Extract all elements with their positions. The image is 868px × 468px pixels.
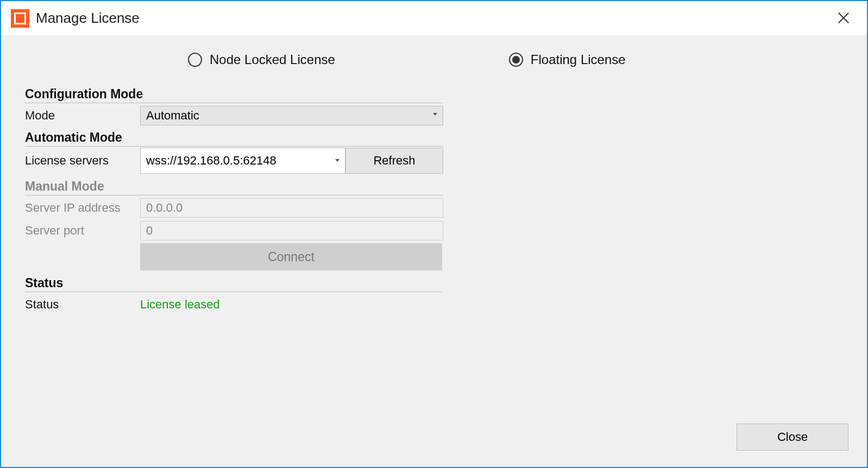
titlebar: Manage License <box>1 1 867 36</box>
dialog-body: Node Locked License Floating License Con… <box>1 36 867 467</box>
connect-button: Connect <box>140 243 442 270</box>
status-value: License leased <box>140 294 220 315</box>
radio-node-locked-label: Node Locked License <box>210 52 335 67</box>
close-button[interactable]: Close <box>737 423 848 451</box>
radio-icon <box>188 53 202 67</box>
server-port-input <box>140 221 443 241</box>
license-servers-row: License servers wss://192.168.0.5:62148 … <box>25 148 443 174</box>
radio-icon <box>509 53 523 67</box>
manual-mode-heading: Manual Mode <box>25 179 443 195</box>
mode-select-value: Automatic <box>146 109 199 123</box>
chevron-down-icon <box>433 113 437 116</box>
mode-label: Mode <box>25 105 140 126</box>
license-servers-select[interactable]: wss://192.168.0.5:62148 <box>140 148 345 174</box>
status-label: Status <box>25 294 140 315</box>
server-port-row: Server port <box>25 220 443 241</box>
chevron-down-icon <box>335 159 339 162</box>
server-ip-input <box>140 198 443 218</box>
server-ip-row: Server IP address <box>25 198 443 218</box>
license-type-group: Node Locked License Floating License <box>25 49 847 67</box>
mode-select[interactable]: Automatic <box>140 106 443 125</box>
config-mode-heading: Configuration Mode <box>25 87 443 103</box>
status-row: Status License leased <box>25 294 443 315</box>
close-icon[interactable] <box>835 10 852 26</box>
license-servers-label: License servers <box>25 148 140 174</box>
server-port-label: Server port <box>25 220 140 241</box>
app-icon <box>11 9 29 28</box>
status-heading: Status <box>25 276 443 292</box>
manage-license-window: Manage License Node Locked License Float… <box>0 0 868 468</box>
form-column: Configuration Mode Mode Automatic Automa… <box>25 87 443 315</box>
server-ip-label: Server IP address <box>25 198 140 218</box>
refresh-button[interactable]: Refresh <box>345 148 443 174</box>
license-servers-value: wss://192.168.0.5:62148 <box>146 154 276 168</box>
mode-row: Mode Automatic <box>25 105 443 126</box>
radio-floating-label: Floating License <box>531 52 626 67</box>
automatic-mode-heading: Automatic Mode <box>25 130 443 147</box>
radio-floating[interactable]: Floating License <box>509 52 626 67</box>
radio-node-locked[interactable]: Node Locked License <box>188 52 335 67</box>
window-title: Manage License <box>36 10 140 27</box>
